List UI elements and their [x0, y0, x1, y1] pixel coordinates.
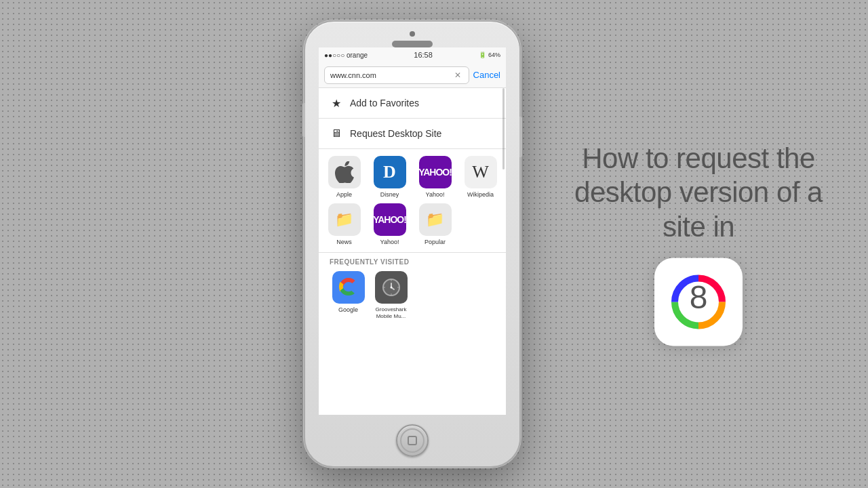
right-panel: How to request the desktop version of a … [570, 142, 827, 346]
ios8-ring-svg: 8 [668, 272, 729, 333]
bookmarks-row-1: Apple D Disney YAHOO! Yaho [324, 156, 500, 198]
url-field[interactable]: www.cnn.com ✕ [324, 66, 469, 84]
apple-label: Apple [336, 191, 352, 198]
news-icon: 📁 [328, 203, 361, 236]
home-button-inner [400, 428, 425, 453]
right-title: How to request the desktop version of a … [570, 142, 827, 244]
disney-icon: D [374, 156, 406, 188]
freq-google[interactable]: Google [330, 271, 367, 319]
google-icon [332, 271, 365, 304]
bookmark-wikipedia[interactable]: W Wikipedia [460, 156, 500, 198]
speaker [392, 41, 433, 47]
bookmarks-section: Apple D Disney YAHOO! Yaho [319, 149, 506, 252]
reload-icon[interactable]: ✕ [452, 70, 463, 81]
wikipedia-icon: W [465, 156, 497, 188]
frequently-visited-title: FREQUENTLY VISITED [330, 258, 495, 266]
wikipedia-label: Wikipedia [467, 191, 494, 198]
power-button [519, 117, 522, 157]
bookmark-yahoo[interactable]: YAHOO! Yahoo! [415, 156, 455, 198]
carrier-text: ●●○○○ orange [324, 52, 368, 59]
add-to-favorites-item[interactable]: ★ Add to Favorites [319, 88, 506, 119]
cancel-button[interactable]: Cancel [473, 70, 500, 80]
bookmark-news[interactable]: 📁 News [324, 203, 364, 245]
battery-icon: 🔋 [479, 52, 486, 58]
bookmarks-row-2: 📁 News YAHOO! Yahoo! 📁 [324, 203, 500, 245]
bookmark-yahoo2[interactable]: YAHOO! Yahoo! [370, 203, 410, 245]
camera-dot [410, 31, 415, 37]
apple-icon [328, 156, 361, 188]
bookmark-apple[interactable]: Apple [324, 156, 364, 198]
status-bar: ●●○○○ orange 16:58 🔋 64% [319, 47, 506, 62]
bookmark-empty [460, 203, 500, 245]
address-bar: www.cnn.com ✕ Cancel [319, 62, 506, 88]
grooveshark-label: Grooveshark Mobile Mu... [374, 306, 409, 319]
yahoo-icon: YAHOO! [419, 156, 452, 188]
svg-point-3 [390, 287, 392, 289]
request-desktop-label: Request Desktop Site [350, 128, 441, 139]
volume-button [302, 103, 305, 137]
iphone-mockup: ●●○○○ orange 16:58 🔋 64% www.cnn.com ✕ C… [304, 20, 521, 468]
frequently-visited-grid: Google [330, 271, 495, 319]
google-label: Google [338, 306, 358, 313]
bookmark-disney[interactable]: D Disney [370, 156, 410, 198]
disney-label: Disney [380, 191, 399, 198]
popular-icon: 📁 [419, 203, 452, 236]
url-text: www.cnn.com [330, 71, 376, 79]
bookmark-popular[interactable]: 📁 Popular [415, 203, 455, 245]
frequently-visited-section: FREQUENTLY VISITED Go [319, 253, 506, 325]
battery-pct: 64% [488, 52, 500, 58]
home-button[interactable] [396, 424, 429, 457]
home-button-square [408, 436, 417, 445]
popular-label: Popular [425, 239, 446, 245]
clock: 16:58 [414, 51, 433, 59]
yahoo2-label: Yahoo! [380, 239, 399, 245]
freq-grooveshark[interactable]: Grooveshark Mobile Mu... [372, 271, 410, 319]
news-label: News [336, 239, 352, 245]
scrollbar[interactable] [502, 88, 505, 169]
iphone-bottom [305, 415, 519, 466]
iphone-top [305, 22, 519, 47]
svg-text:8: 8 [690, 280, 708, 316]
yahoo-label: Yahoo! [426, 191, 445, 198]
request-desktop-item[interactable]: 🖥 Request Desktop Site [319, 119, 506, 149]
iphone-screen: ●●○○○ orange 16:58 🔋 64% www.cnn.com ✕ C… [319, 47, 506, 415]
star-icon: ★ [330, 96, 343, 110]
yahoo2-icon: YAHOO! [374, 203, 406, 236]
add-to-favorites-label: Add to Favorites [350, 98, 419, 108]
share-menu: ★ Add to Favorites 🖥 Request Desktop Sit… [319, 88, 506, 149]
desktop-icon: 🖥 [330, 127, 343, 140]
clock-icon [375, 271, 408, 304]
ios8-logo: 8 [654, 258, 743, 346]
